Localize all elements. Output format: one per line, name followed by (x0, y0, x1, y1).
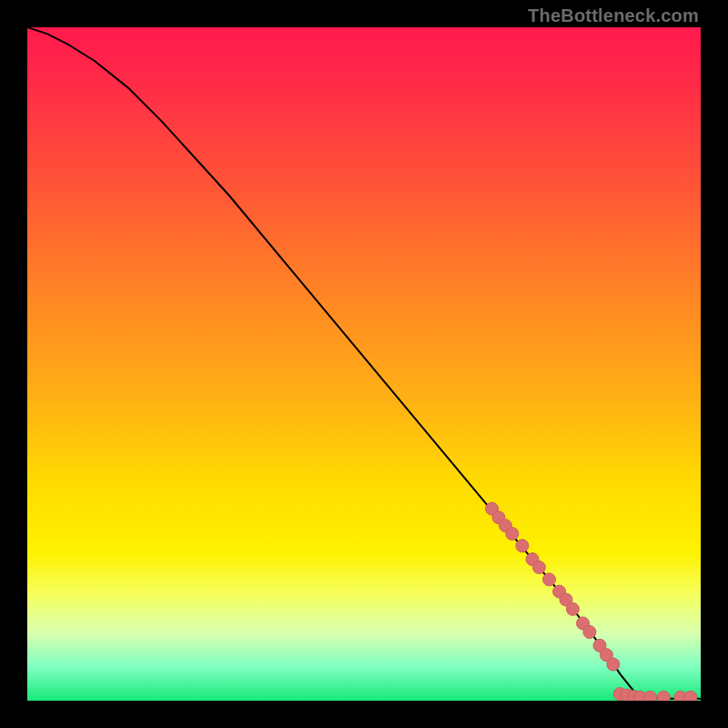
plot-area (27, 27, 701, 701)
chart-frame: TheBottleneck.com (0, 0, 728, 728)
curve-canvas (27, 27, 701, 701)
watermark-text: TheBottleneck.com (528, 5, 699, 26)
